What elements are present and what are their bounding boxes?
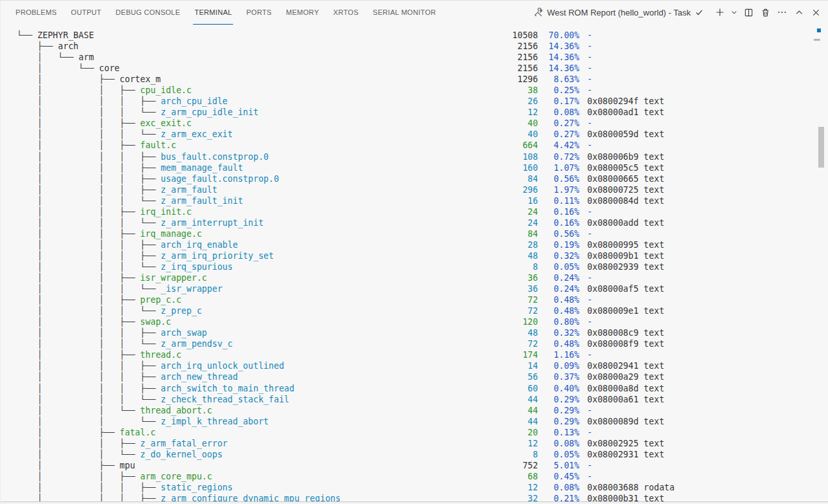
node-size: 28: [454, 239, 538, 250]
node-size: 8: [454, 261, 538, 272]
close-panel-button[interactable]: [809, 5, 823, 19]
tab-terminal[interactable]: TERMINAL: [193, 1, 233, 25]
tree-prefix: │ │ │ ├──: [17, 361, 161, 371]
tree-row: │ │ │ ├── arch_cpu_idle260.17%0x0800294f…: [17, 96, 828, 107]
tree-prefix: │ │ ├──: [17, 140, 140, 150]
node-size: 44: [454, 405, 538, 416]
tree-prefix: ├──: [17, 41, 58, 51]
node-detail: 0x080008f9 text: [587, 338, 664, 349]
tree-row: │ │ ├── prep_c.c720.48%-: [17, 294, 828, 305]
node-percent: 0.48%: [538, 294, 579, 305]
tree-prefix: │ │ │ └──: [17, 306, 161, 316]
node-percent: 0.05%: [538, 261, 579, 272]
node-percent: 0.27%: [538, 129, 579, 140]
node-percent: 0.32%: [538, 250, 579, 261]
panel-header: PROBLEMSOUTPUTDEBUG CONSOLETERMINALPORTS…: [1, 1, 828, 24]
node-percent: 0.17%: [538, 96, 579, 107]
node-size: 1296: [454, 74, 538, 85]
node-name: z_prep_c: [161, 306, 202, 316]
node-name: arch_irq_unlock_outlined: [161, 361, 284, 371]
terminal-output[interactable]: └── ZEPHYR_BASE1050870.00%- ├── arch2156…: [1, 24, 828, 504]
node-percent: 0.13%: [538, 427, 579, 438]
node-detail: -: [587, 349, 592, 360]
node-name: z_arm_pendsv_c: [161, 339, 232, 349]
node-name: arch_irq_enable: [161, 240, 238, 250]
node-name: ZEPHYR_BASE: [38, 30, 94, 40]
node-name: irq_init.c: [140, 207, 192, 217]
ellipsis-icon: [777, 7, 787, 17]
tree-row: │ │ ├── arm_core_mpu.c680.45%-: [17, 471, 828, 482]
tree-row: │ │ ├── cpu_idle.c380.25%-: [17, 85, 828, 96]
maximize-panel-button[interactable]: [792, 5, 806, 19]
tree-row: │ └── arm215614.36%-: [17, 52, 828, 63]
node-size: 2156: [454, 52, 538, 63]
node-detail: -: [587, 228, 592, 239]
node-percent: 0.29%: [538, 416, 579, 427]
node-size: 60: [454, 383, 538, 394]
node-name: z_impl_k_thread_abort: [161, 417, 269, 426]
tab-memory[interactable]: MEMORY: [285, 1, 320, 25]
tree-prefix: │ │ ├──: [17, 472, 140, 481]
node-size: 14: [454, 360, 538, 371]
node-name: irq_manage.c: [140, 229, 202, 239]
tree-prefix: │ │ │ └──: [17, 262, 161, 272]
tab-xrtos[interactable]: XRTOS: [332, 1, 360, 25]
tab-output[interactable]: OUTPUT: [70, 1, 103, 25]
node-percent: 0.40%: [538, 383, 579, 394]
node-name: z_arm_fault: [161, 185, 217, 195]
node-percent: 1.07%: [538, 162, 579, 173]
vertical-scrollbar[interactable]: [818, 127, 824, 168]
tree-row: │ │ │ ├── arch_new_thread560.37%0x08000a…: [17, 371, 828, 382]
tree-prefix: │ │ │ ├──: [17, 152, 161, 162]
tree-row: │ │ │ ├── z_arm_irq_priority_set480.32%0…: [17, 250, 828, 261]
tree-row: │ │ ├── fault.c6644.42%-: [17, 140, 828, 151]
tree-prefix: │ │ │ └──: [17, 339, 161, 349]
tree-prefix: │ │ │ └──: [17, 196, 161, 206]
node-detail: -: [587, 206, 592, 217]
terminal-task-item[interactable]: West ROM Report (hello_world) - Task: [533, 8, 704, 17]
new-terminal-button[interactable]: [713, 5, 727, 19]
tree-row: │ │ │ └── z_check_thread_stack_fail440.2…: [17, 394, 828, 405]
node-size: 48: [454, 327, 538, 338]
split-terminal-button[interactable]: [741, 5, 755, 19]
node-size: 84: [454, 173, 538, 184]
tree-row: │ │ ├── isr_wrapper.c360.24%-: [17, 272, 828, 283]
notification-dot: [817, 28, 821, 32]
node-detail: -: [587, 272, 592, 283]
node-size: 26: [454, 96, 538, 107]
more-actions-button[interactable]: [775, 5, 789, 19]
tree-row: │ │ │ ├── arch_swap480.32%0x080008c9 tex…: [17, 327, 828, 338]
tree-prefix: │ ├──: [17, 461, 120, 470]
node-size: 68: [454, 471, 538, 482]
node-name: arch_swap: [161, 328, 207, 338]
tree-row: │ │ │ └── _isr_wrapper360.24%0x08000af5 …: [17, 283, 828, 294]
kill-terminal-button[interactable]: [758, 5, 772, 19]
tree-prefix: │ │ └──: [17, 450, 140, 459]
node-name: z_arm_fault_init: [161, 196, 243, 206]
node-name: fatal.c: [120, 428, 156, 437]
tree-prefix: │ ├──: [17, 428, 120, 437]
node-name: arch_cpu_idle: [161, 96, 227, 106]
tab-debug-console[interactable]: DEBUG CONSOLE: [115, 1, 182, 25]
panel-actions: West ROM Report (hello_world) - Task: [533, 5, 823, 19]
node-detail: -: [587, 52, 592, 63]
tree-row: └── ZEPHYR_BASE1050870.00%-: [17, 30, 828, 41]
tree-prefix: │ │ │ └──: [17, 218, 161, 228]
node-detail: 0x0800059d text: [587, 129, 664, 140]
tab-problems[interactable]: PROBLEMS: [14, 1, 58, 25]
tree-prefix: │ │ │ ├──: [17, 240, 161, 250]
tree-row: │ │ │ └── z_arm_interrupt_init240.16%0x0…: [17, 217, 828, 228]
node-size: 36: [454, 272, 538, 283]
tab-serial-monitor[interactable]: SERIAL MONITOR: [372, 1, 438, 25]
node-percent: 0.48%: [538, 338, 579, 349]
tab-ports[interactable]: PORTS: [245, 1, 273, 25]
tree-prefix: │ │ │ ├──: [17, 384, 161, 393]
node-percent: 0.24%: [538, 283, 579, 294]
split-panel-icon: [744, 8, 754, 17]
node-detail: 0x080005c5 text: [587, 162, 664, 173]
node-size: 2156: [454, 63, 538, 74]
launch-profile-dropdown[interactable]: [730, 5, 739, 19]
node-name: cortex_m: [120, 74, 161, 84]
node-name: z_arm_exc_exit: [161, 129, 232, 139]
node-percent: 0.08%: [538, 482, 579, 493]
